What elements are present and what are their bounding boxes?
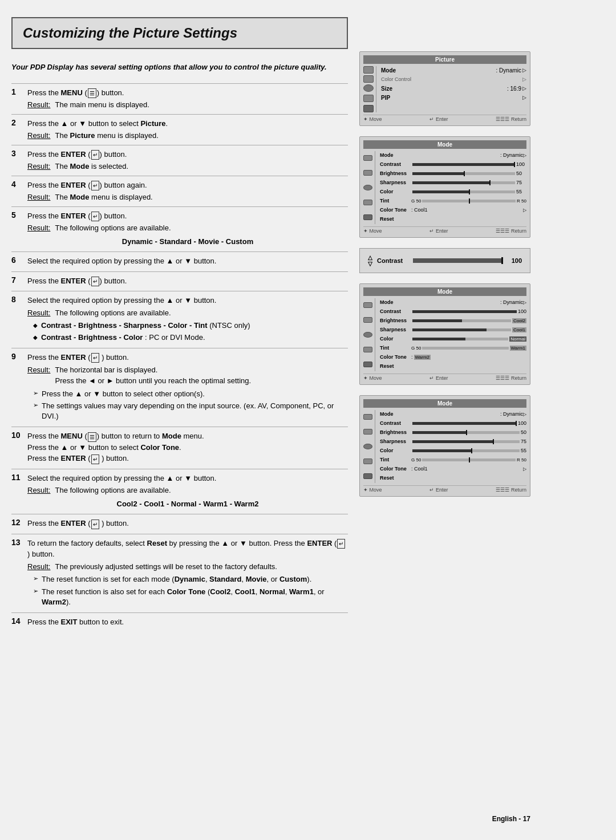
step-num-4: 4: [11, 180, 27, 189]
step-10: 10 Press the MENU (☰) button to return t…: [11, 427, 348, 469]
contrast-value: 100: [508, 257, 522, 264]
step-9: 9 Press the ENTER (↵ ) button. Result: T…: [11, 348, 348, 427]
panel2-footer: ✦ Move ↵ Enter ☰☰☰ Return: [363, 226, 526, 234]
step-2-content: Press the ▲ or ▼ button to select Pictur…: [27, 118, 348, 141]
tv-panel-1: Picture Mode : Dynamic ▷: [359, 51, 530, 126]
list-item: The reset function is set for each mode …: [33, 574, 348, 585]
contrast-bar-panel: △ ▽ Contrast 100: [359, 248, 530, 273]
panel1-icon-1: [363, 66, 374, 74]
step-2: 2 Press the ▲ or ▼ button to select Pict…: [11, 114, 348, 145]
step-num-14: 14: [11, 616, 27, 626]
page-title: Customizing the Picture Settings: [23, 25, 337, 41]
step-11-content: Select the required option by pressing t…: [27, 473, 348, 511]
step-num-7: 7: [11, 275, 27, 285]
title-box: Customizing the Picture Settings: [11, 17, 348, 49]
step-13-content: To return the factory defaults, select R…: [27, 538, 348, 609]
steps-list: 1 Press the MENU (☰) button. Result: The…: [11, 83, 348, 632]
tv-panel-2: Mode Mode : Dynamic ▷: [359, 136, 530, 238]
step-5-content: Press the ENTER (↵) button. Result: The …: [27, 210, 348, 249]
step-5: 5 Press the ENTER (↵) button. Result: Th…: [11, 206, 348, 252]
intro-text: Your PDP Display has several setting opt…: [11, 62, 348, 73]
step-8-content: Select the required option by pressing t…: [27, 295, 348, 344]
step-num-5: 5: [11, 210, 27, 220]
step-num-13: 13: [11, 538, 27, 547]
step-3-content: Press the ENTER (↵) button. Result: The …: [27, 149, 348, 172]
step-9-content: Press the ENTER (↵ ) button. Result: The…: [27, 352, 348, 423]
step-7: 7 Press the ENTER (↵) button.: [11, 271, 348, 291]
step-8: 8 Select the required option by pressing…: [11, 291, 348, 348]
step-1-content: Press the MENU (☰) button. Result: The m…: [27, 87, 348, 111]
step-14-content: Press the EXIT button to exit.: [27, 616, 348, 629]
step-num-1: 1: [11, 87, 27, 96]
panel1-icon-3: [363, 84, 374, 92]
list-item: The settings values may vary depending o…: [33, 401, 348, 421]
panel1-icon-4: [363, 95, 374, 102]
panel3-title: Mode: [363, 287, 526, 296]
step-6-content: Select the required option by pressing t…: [27, 255, 348, 268]
step-7-content: Press the ENTER (↵) button.: [27, 275, 348, 288]
english-label: English - 17: [492, 815, 530, 823]
tv-panel-4: Mode Mode : Dynamic ▷ Contrast: [359, 395, 530, 497]
tv-panel-3: Mode Mode : Dynamic ▷ Contrast: [359, 283, 530, 385]
step-num-12: 12: [11, 518, 27, 527]
step-num-2: 2: [11, 118, 27, 127]
step-1: 1 Press the MENU (☰) button. Result: The…: [11, 83, 348, 114]
step-num-6: 6: [11, 255, 27, 265]
list-item: Contrast - Brightness - Color : PC or DV…: [33, 332, 348, 343]
step-12-content: Press the ENTER (↵ ) button.: [27, 518, 348, 530]
step-11: 11 Select the required option by pressin…: [11, 469, 348, 514]
step-4-content: Press the ENTER (↵) button again. Result…: [27, 180, 348, 203]
list-item: The reset function is also set for each …: [33, 587, 348, 607]
step-12: 12 Press the ENTER (↵ ) button.: [11, 514, 348, 534]
panel4-title: Mode: [363, 399, 526, 408]
panel1-icon-2: [363, 75, 374, 83]
step-num-11: 11: [11, 473, 27, 482]
left-column: Customizing the Picture Settings Your PD…: [11, 17, 359, 823]
step-6: 6 Select the required option by pressing…: [11, 251, 348, 271]
step-4: 4 Press the ENTER (↵) button again. Resu…: [11, 176, 348, 206]
step-14: 14 Press the EXIT button to exit.: [11, 612, 348, 632]
step-10-content: Press the MENU (☰) button to return to M…: [27, 431, 348, 465]
panel4-footer: ✦ Move ↵ Enter ☰☰☰ Return: [363, 485, 526, 493]
page: Customizing the Picture Settings Your PD…: [0, 0, 616, 840]
step-num-8: 8: [11, 295, 27, 304]
step-3: 3 Press the ENTER (↵) button. Result: Th…: [11, 145, 348, 176]
right-column: Picture Mode : Dynamic ▷: [359, 17, 530, 823]
step-13: 13 To return the factory defaults, selec…: [11, 534, 348, 612]
list-item: Press the ▲ or ▼ button to select other …: [33, 389, 348, 399]
panel3-footer: ✦ Move ↵ Enter ☰☰☰ Return: [363, 374, 526, 381]
step-num-3: 3: [11, 149, 27, 158]
list-item: Contrast - Brightness - Sharpness - Colo…: [33, 320, 348, 331]
step-num-10: 10: [11, 431, 27, 440]
footer-text: English - 17: [359, 804, 530, 823]
step-num-9: 9: [11, 352, 27, 361]
panel1-icon-5: [363, 105, 374, 112]
panel2-title: Mode: [363, 140, 526, 149]
panel1-footer: ✦ Move ↵ Enter ☰☰☰ Return: [363, 115, 526, 122]
panel1-title: Picture: [363, 55, 526, 64]
